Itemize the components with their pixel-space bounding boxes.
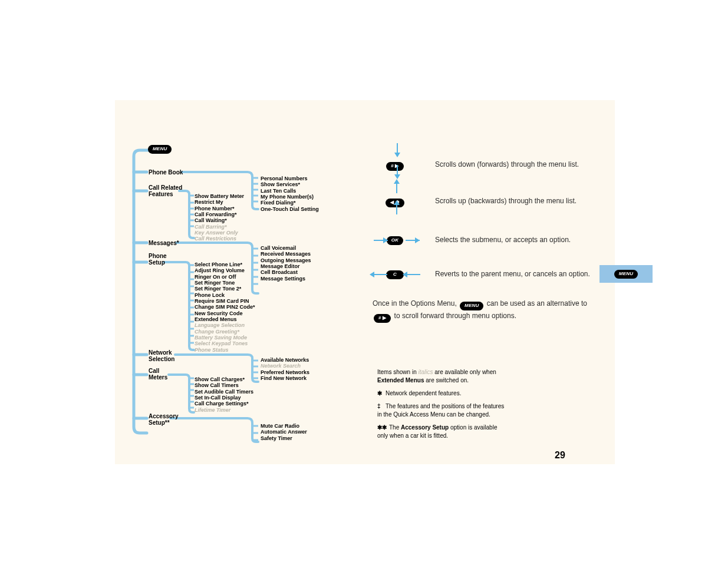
- li: Message Settings: [261, 276, 311, 282]
- li: Show Call Charges*: [195, 376, 253, 382]
- li: Call Forwarding*: [195, 211, 244, 217]
- li: Automatic Answer: [261, 429, 307, 435]
- li-ext: Language Selection: [195, 322, 255, 328]
- para-t2: can be used as an alternative to: [485, 299, 587, 308]
- legend-star: ✱Network dependent features.: [377, 389, 507, 398]
- li-ext: Key Answer Only: [195, 230, 244, 236]
- navdesc-hash: Scrolls down (forwards) through the menu…: [435, 160, 579, 170]
- navdesc-ok: Selects the submenu, or accepts an optio…: [435, 236, 571, 245]
- li: Set Audible Call Timers: [195, 389, 253, 395]
- li: Phone Number*: [195, 206, 244, 211]
- li: Last Ten Calls: [261, 188, 319, 194]
- cat-network-l2: Selection: [149, 356, 174, 363]
- li: Mute Car Radio: [261, 423, 307, 429]
- arrow-up-icon: ◀ ✱: [377, 190, 413, 213]
- sub-network: Available Networks Network Search Prefer…: [261, 357, 309, 381]
- cat-call-meters-l2: Meters: [149, 375, 167, 381]
- li: Show Battery Meter: [195, 193, 244, 199]
- li: Adjust Ring Volume: [195, 267, 255, 273]
- li: Extended Menus: [195, 316, 255, 322]
- arrow-down-icon: # ▶: [377, 153, 413, 177]
- cat-accessory: AccessorySetup**: [149, 414, 179, 426]
- legend: Items shown in italics are available onl…: [377, 368, 507, 445]
- arrow-left-icon: C: [377, 263, 413, 286]
- sub-phone-book: Personal Numbers Show Services* Last Ten…: [261, 176, 319, 212]
- li-ext: Call Restrictions: [195, 236, 244, 242]
- sub-accessory: Mute Car Radio Automatic Answer Safety T…: [261, 423, 307, 441]
- li: Message Editor: [261, 263, 311, 269]
- sub-phone-setup: Select Phone Line* Adjust Ring Volume Ri…: [195, 262, 255, 353]
- cat-call-related: Call RelatedFeatures: [149, 185, 182, 197]
- c-key-icon: C: [386, 270, 404, 279]
- li-ext: Call Barring*: [195, 224, 244, 230]
- cat-call-related-l1: Call Related: [149, 185, 182, 191]
- navrow-ok: OK Selects the submenu, or accepts an op…: [377, 229, 571, 252]
- cat-phone-setup: PhoneSetup: [149, 253, 167, 266]
- li-ext: Lifetime Timer: [195, 407, 253, 413]
- navrow-star: ◀ ✱ Scrolls up (backwards) through the m…: [377, 190, 577, 213]
- navrow-c: C Reverts to the parent menu, or cancels…: [377, 263, 590, 286]
- cat-call-meters: CallMeters: [149, 368, 167, 381]
- li: Ringer On or Off: [195, 274, 255, 280]
- cat-network: NetworkSelection: [149, 350, 174, 362]
- li: My Phone Number(s): [261, 194, 319, 200]
- para-t3: to scroll forward through menu options.: [392, 312, 516, 320]
- sub-messages: Call Voicemail Received Messages Outgoin…: [261, 245, 311, 282]
- li-ext: Select Keypad Tones: [195, 340, 255, 346]
- navdesc-star: Scrolls up (backwards) through the menu …: [435, 197, 577, 206]
- li: Preferred Networks: [261, 369, 309, 375]
- li: Outgoing Messages: [261, 257, 311, 263]
- legend-dstar: ✱✱The Accessory Setup option is availabl…: [377, 424, 507, 440]
- li: Cell Broadcast: [261, 269, 311, 275]
- side-tab-key-icon: MENU: [614, 270, 638, 279]
- cat-network-l1: Network: [149, 350, 174, 356]
- li: Change SIM PIN2 Code*: [195, 304, 255, 310]
- li: Restrict My: [195, 199, 244, 205]
- cat-phone-setup-l2: Setup: [149, 260, 167, 266]
- cat-phone-setup-l1: Phone: [149, 253, 167, 260]
- sub-call-related: Show Battery Meter Restrict My Phone Num…: [195, 193, 244, 242]
- li: Call Voicemail: [261, 245, 311, 251]
- li: Set Ringer Tone 2*: [195, 286, 255, 292]
- li: Personal Numbers: [261, 176, 319, 181]
- cat-accessory-l1: Accessory: [149, 414, 179, 420]
- li: Fixed Dialing*: [261, 200, 319, 206]
- para-key-hash-icon: # ▶: [374, 314, 391, 323]
- ok-key-icon: OK: [387, 236, 403, 245]
- li: New Security Code: [195, 310, 255, 316]
- navrow-hash: # ▶ Scrolls down (forwards) through the …: [377, 153, 579, 177]
- li: Find New Network: [261, 375, 309, 381]
- li: Received Messages: [261, 251, 311, 257]
- li: Set Ringer Tone: [195, 280, 255, 286]
- li: One-Touch Dial Setting: [261, 206, 319, 212]
- li: Show Services*: [261, 181, 319, 187]
- side-tab-menu: MENU: [599, 265, 653, 283]
- options-paragraph: Once in the Options Menu, MENU can be us…: [373, 298, 591, 323]
- menu-key-icon: MENU: [148, 145, 172, 154]
- cat-messages: Messages*: [149, 240, 179, 247]
- li: Call Waiting*: [195, 217, 244, 223]
- li: Show Call Timers: [195, 382, 253, 388]
- sub-call-meters: Show Call Charges* Show Call Timers Set …: [195, 376, 253, 413]
- li: Call Charge Settings*: [195, 401, 253, 406]
- cat-call-related-l2: Features: [149, 191, 182, 198]
- page-number: 29: [555, 450, 565, 461]
- li: Safety Timer: [261, 435, 307, 441]
- li: Select Phone Line*: [195, 262, 255, 267]
- li: Phone Lock: [195, 292, 255, 298]
- para-key-menu-icon: MENU: [460, 302, 483, 310]
- cat-call-meters-l1: Call: [149, 368, 167, 375]
- li-ext: Phone Status: [195, 347, 255, 353]
- li-ext: Change Greeting*: [195, 329, 255, 335]
- legend-dagger: ‡The features and the positions of the f…: [377, 402, 507, 419]
- cat-accessory-l2: Setup**: [149, 420, 179, 427]
- li: Require SIM Card PIN: [195, 298, 255, 304]
- legend-italics: Items shown in italics are available onl…: [377, 368, 507, 385]
- navdesc-c: Reverts to the parent menu, or cancels a…: [435, 270, 590, 279]
- li-ext: Network Search: [261, 363, 309, 369]
- li-ext: Battery Saving Mode: [195, 335, 255, 340]
- li: Set In-Call Display: [195, 395, 253, 401]
- para-t1: Once in the Options Menu,: [373, 299, 459, 308]
- cat-phone-book: Phone Book: [149, 170, 183, 176]
- li: Available Networks: [261, 357, 309, 363]
